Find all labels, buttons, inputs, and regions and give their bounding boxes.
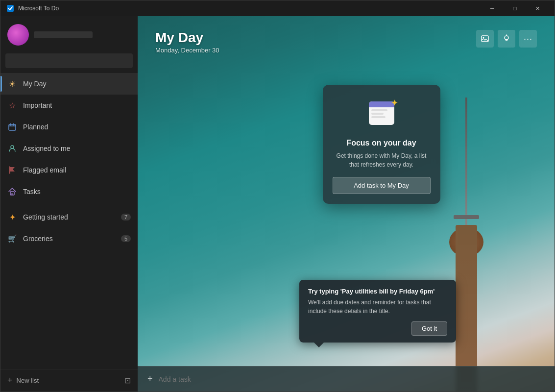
- sidebar-item-label: Groceries: [23, 235, 115, 243]
- focus-card-description: Get things done with My Day, a list that…: [333, 151, 431, 169]
- got-it-button[interactable]: Got it: [411, 321, 447, 336]
- sidebar-item-label: Important: [23, 101, 131, 109]
- sidebar-nav: ☀ My Day ☆ Important: [0, 73, 138, 369]
- sidebar-item-planned[interactable]: Planned: [0, 116, 138, 138]
- close-button[interactable]: ✕: [526, 0, 549, 16]
- focus-card: ✦ Focus on your day Get things done with…: [323, 85, 440, 204]
- sidebar: ☀ My Day ☆ Important: [0, 16, 138, 392]
- app-title: Microsoft To Do: [18, 5, 59, 12]
- svg-point-5: [11, 146, 14, 148]
- svg-point-9: [483, 37, 484, 39]
- sidebar-item-label: Flagged email: [23, 166, 131, 174]
- header-title-area: My Day Monday, December 30: [155, 30, 219, 54]
- sidebar-item-my-day[interactable]: ☀ My Day: [0, 73, 138, 95]
- getting-started-badge: 7: [121, 214, 131, 220]
- maximize-button[interactable]: □: [504, 0, 526, 16]
- sparkles-icon: ✦: [391, 98, 398, 108]
- sidebar-footer: + New list ⊡: [0, 369, 138, 392]
- app-body: ☀ My Day ☆ Important: [0, 16, 555, 392]
- sidebar-item-label: Planned: [23, 123, 131, 131]
- sidebar-item-assigned[interactable]: Assigned to me: [0, 138, 138, 159]
- svg-rect-8: [482, 36, 488, 42]
- sidebar-item-flagged[interactable]: Flagged email: [0, 159, 138, 181]
- add-task-input[interactable]: [159, 375, 545, 383]
- tower-illustration: [447, 98, 486, 392]
- cal-line-3: [371, 116, 386, 118]
- header-actions: ···: [476, 30, 537, 48]
- home-icon: [7, 187, 17, 196]
- star-icon: ☆: [7, 100, 17, 110]
- sidebar-item-groceries[interactable]: 🛒 Groceries 5: [0, 228, 138, 249]
- sun-icon: ☀: [7, 79, 17, 89]
- groceries-badge: 5: [121, 235, 131, 242]
- focus-card-icon: ✦: [364, 97, 399, 132]
- cal-line-1: [371, 109, 388, 111]
- add-task-plus-icon: +: [147, 374, 153, 384]
- person-icon: [7, 144, 17, 153]
- suggestions-button[interactable]: [498, 30, 515, 48]
- sidebar-item-important[interactable]: ☆ Important: [0, 95, 138, 116]
- tooltip-bubble: Try typing 'Pay utilities bill by Friday…: [299, 280, 456, 343]
- page-subtitle: Monday, December 30: [155, 47, 219, 54]
- app-logo-icon: [6, 4, 14, 12]
- tower-platform: [454, 215, 479, 219]
- ellipsis-icon: ···: [524, 34, 532, 44]
- main-header: My Day Monday, December 30: [138, 16, 555, 62]
- main-content: My Day Monday, December 30: [138, 16, 555, 392]
- tooltip-footer: Got it: [308, 321, 447, 336]
- svg-point-10: [505, 36, 508, 40]
- cart-icon: 🛒: [7, 234, 17, 244]
- new-list-label: New list: [17, 377, 39, 384]
- search-bar[interactable]: [5, 53, 133, 68]
- image-icon: [481, 34, 489, 43]
- sidebar-item-getting-started[interactable]: ✦ Getting started 7: [0, 206, 138, 228]
- tooltip-title: Try typing 'Pay utilities bill by Friday…: [308, 288, 447, 295]
- plus-icon: +: [7, 375, 13, 386]
- bulb-icon: [502, 34, 511, 43]
- user-profile-area: [0, 16, 138, 50]
- title-bar: Microsoft To Do ─ □ ✕: [0, 0, 555, 16]
- tower-needle: [465, 98, 467, 235]
- calendar-icon: [7, 122, 17, 132]
- tooltip-description: We'll add due dates and reminder for tas…: [308, 298, 447, 316]
- user-name: [34, 31, 93, 38]
- more-options-button[interactable]: ···: [519, 30, 537, 48]
- svg-rect-7: [11, 193, 13, 195]
- calendar-lines: [369, 107, 394, 120]
- sparkle-icon: ✦: [7, 212, 17, 222]
- focus-card-title: Focus on your day: [346, 139, 416, 147]
- title-bar-left: Microsoft To Do: [6, 4, 481, 12]
- page-title: My Day: [155, 30, 219, 46]
- minimize-button[interactable]: ─: [481, 0, 504, 16]
- new-list-button[interactable]: + New list: [7, 375, 121, 386]
- title-bar-controls: ─ □ ✕: [481, 0, 549, 16]
- cal-line-2: [371, 113, 384, 115]
- sidebar-item-label: Tasks: [23, 188, 131, 196]
- app-window: Microsoft To Do ─ □ ✕ ☀ My Day: [0, 0, 555, 392]
- flag-icon: [7, 165, 17, 175]
- sidebar-item-label: My Day: [23, 80, 131, 88]
- background-button[interactable]: [476, 30, 494, 48]
- avatar[interactable]: [7, 24, 29, 46]
- sidebar-item-label: Getting started: [23, 213, 115, 221]
- sidebar-item-tasks[interactable]: Tasks: [0, 181, 138, 202]
- add-task-to-myday-button[interactable]: Add task to My Day: [333, 177, 431, 194]
- add-task-bar: +: [138, 366, 555, 392]
- svg-rect-1: [9, 124, 16, 130]
- sidebar-item-label: Assigned to me: [23, 145, 131, 152]
- new-list-export-icon[interactable]: ⊡: [124, 376, 131, 385]
